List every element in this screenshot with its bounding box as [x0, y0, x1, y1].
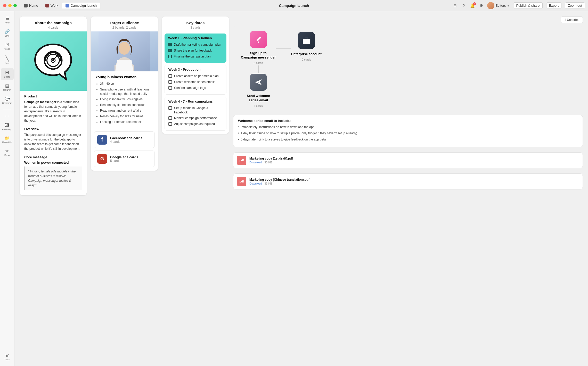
task-item: Monitor campaign performance — [168, 116, 223, 120]
sidebar-item-line[interactable]: ╲ Line — [1, 54, 14, 66]
briefcase-icon — [302, 36, 311, 45]
sidebar-label-draw: Draw — [4, 154, 10, 156]
task-checkbox-checked[interactable]: ✓ — [168, 43, 172, 46]
board-icon: ⊞ — [5, 70, 9, 75]
tab-campaign[interactable]: Campaign launch — [62, 3, 100, 9]
task-text: Share the plan for feedback — [174, 48, 212, 53]
grid-icon[interactable]: ⊞ — [453, 3, 457, 8]
sidebar-label-link: Link — [5, 35, 9, 37]
task-checkbox[interactable] — [168, 74, 172, 78]
bullet-item: Looking for female role models — [100, 120, 153, 124]
tab-list: Home Work Campaign launch — [20, 3, 100, 9]
send-icon — [254, 78, 263, 87]
sidebar-item-more[interactable]: ··· — [1, 112, 14, 120]
product-text: Campaign messenger is a startup idea for… — [24, 100, 82, 123]
send-email-flow-node[interactable]: Send welcomeseries email 4 cards — [247, 74, 270, 107]
enterprise-flow-node[interactable]: Enterprise account 0 cards — [291, 32, 322, 61]
sidebar-label-trash: Trash — [4, 358, 10, 361]
unsorted-badge[interactable]: 1 Unsorted — [561, 16, 583, 23]
publish-share-button[interactable]: Publish & share — [513, 2, 542, 9]
sidebar-bottom: 🗑 Trash — [1, 351, 14, 363]
dates-column-header: Key dates 3 cards — [162, 16, 229, 31]
sidebar-item-todo[interactable]: ☑ To-do — [1, 41, 14, 52]
task-checkbox[interactable] — [168, 116, 172, 120]
google-ads-card[interactable]: G Google ads cards 5 cards — [94, 151, 155, 167]
task-item: ✓ Draft the marketing campaign plan — [168, 43, 223, 47]
task-item: Create assets as per media plan — [168, 74, 223, 78]
page-title: Campaign launch — [279, 4, 309, 8]
settings-icon[interactable]: ⚙ — [479, 3, 484, 8]
connector-1 — [258, 65, 259, 73]
google-ads-sub: 5 cards — [110, 159, 138, 163]
task-checkbox[interactable] — [168, 122, 172, 126]
facebook-ads-sub: 4 cards — [110, 140, 142, 144]
file-download-1[interactable]: Download — [249, 161, 262, 164]
task-checkbox[interactable] — [168, 80, 172, 84]
todo-icon: ☑ — [5, 43, 9, 47]
zoom-out-button[interactable]: Zoom out — [565, 2, 585, 9]
file-download-2[interactable]: Download — [249, 182, 262, 185]
week-4-7-section: Week 4 - 7 - Run campaigns Setup media i… — [165, 97, 226, 131]
bullet-item: Living in inner-city Los Angeles — [100, 97, 153, 102]
info-bullet-1: Immediately: Instructions on how to down… — [238, 125, 578, 129]
week-3-section: Week 3 - Production Create assets as per… — [165, 65, 226, 94]
google-ads-info: Google ads cards 5 cards — [110, 155, 138, 163]
sidebar-item-note[interactable]: ☰ Note — [1, 14, 14, 26]
editors-chevron[interactable]: ▼ — [507, 4, 510, 7]
audience-column-header: Target audience 2 boards, 2 cards — [91, 16, 158, 31]
task-checkbox[interactable] — [168, 86, 172, 90]
more-icon: ··· — [5, 114, 9, 118]
right-panel: 1 Unsorted Sign-up toCampaign messen — [233, 16, 583, 189]
tab-home-label: Home — [29, 4, 38, 7]
bullet-item: Relies heavily for sites for news — [100, 114, 153, 119]
maximize-button[interactable] — [13, 4, 17, 7]
signup-flow-node[interactable]: Sign-up toCampaign messenger 3 cards — [241, 31, 276, 64]
info-box-title: Welcome series email to include: — [238, 119, 578, 123]
task-checkbox[interactable] — [168, 55, 172, 58]
sidebar-item-add-image[interactable]: 🖼 Add image — [1, 121, 14, 132]
task-item: Setup media in Google & Facebook — [168, 106, 223, 115]
minimize-button[interactable] — [8, 4, 12, 7]
task-item: Adjust campaigns as required — [168, 122, 223, 126]
send-email-node-sub: 4 cards — [254, 104, 263, 107]
editors-button[interactable]: Editors — [495, 4, 506, 7]
enterprise-node-area: Enterprise account 0 cards — [291, 31, 322, 61]
week-4-7-header: Week 4 - 7 - Run campaigns — [165, 97, 226, 105]
core-message-heading: Core message — [24, 155, 82, 159]
sidebar-item-comment[interactable]: 💬 Comment — [1, 95, 14, 106]
dates-column-title: Key dates — [165, 21, 226, 25]
tab-home[interactable]: Home — [20, 3, 42, 9]
sidebar-item-board[interactable]: ⊞ Board — [1, 68, 14, 80]
sidebar-item-trash[interactable]: 🗑 Trash — [1, 351, 14, 363]
line-icon: ╲ — [6, 56, 9, 61]
sidebar-divider — [3, 109, 11, 109]
bullet-item: Read news and current affairs — [100, 109, 153, 113]
week-1-section: Week 1 - Planning & launch ✓ Draft the m… — [165, 34, 226, 63]
audience-body: Young business women 25 - 40 yo Smartpho… — [91, 71, 158, 129]
add-image-icon: 🖼 — [5, 123, 9, 127]
send-email-node-label: Send welcomeseries email — [247, 94, 270, 103]
svg-point-8 — [258, 41, 259, 43]
dates-column-subtitle: 3 cards — [165, 26, 226, 29]
svg-rect-9 — [303, 39, 310, 44]
sidebar-item-draw[interactable]: ✏ Draw — [1, 147, 14, 159]
facebook-ads-card[interactable]: f Facebook ads cards 4 cards — [94, 131, 155, 148]
task-checkbox-checked[interactable]: ✓ — [168, 49, 172, 52]
trash-icon: 🗑 — [5, 353, 9, 357]
week-3-tasks: Create assets as per media plan Create w… — [165, 73, 226, 94]
task-checkbox[interactable] — [168, 106, 172, 110]
search-icon[interactable]: ? — [461, 3, 466, 8]
signup-flow-icon — [250, 31, 267, 48]
export-button[interactable]: Export — [546, 2, 562, 9]
draw-icon: ✏ — [5, 149, 9, 153]
pdf-icon-2: pdf — [237, 177, 246, 186]
sidebar-item-column[interactable]: ▤ Column — [1, 82, 14, 93]
task-item: Confirm campaign tags — [168, 86, 223, 90]
tab-work[interactable]: Work — [42, 3, 62, 9]
sidebar-item-link[interactable]: 🔗 Link — [1, 28, 14, 39]
close-button[interactable] — [3, 4, 6, 7]
file-item-2: pdf Marketing copy (Chinese translation)… — [233, 173, 583, 189]
enterprise-node-label: Enterprise account — [291, 52, 322, 56]
notification-icon[interactable]: 🔔 1 — [470, 3, 475, 8]
sidebar-item-upload-file[interactable]: 📁 Upload file — [1, 134, 14, 145]
